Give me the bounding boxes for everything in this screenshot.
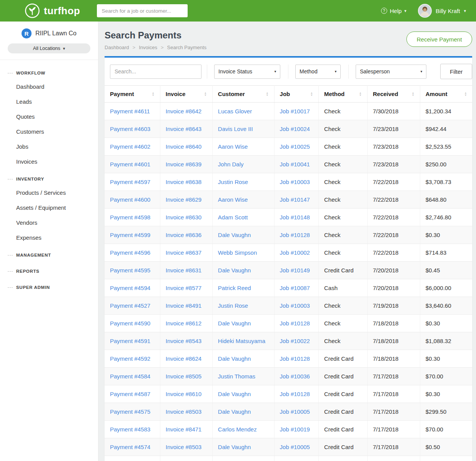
customer-link[interactable]: Carlos Mendez xyxy=(218,426,257,433)
invoice-link[interactable]: Invoice #8630 xyxy=(166,214,201,221)
job-link[interactable]: Job #10002 xyxy=(280,249,310,256)
invoice-link[interactable]: Invoice #8631 xyxy=(166,267,201,274)
payment-link[interactable]: Payment #4603 xyxy=(110,126,150,132)
customer-link[interactable]: Adam Scott xyxy=(218,214,248,221)
column-header-amount[interactable]: Amount▲▼ xyxy=(420,86,472,103)
customer-link[interactable]: John Daly xyxy=(218,161,244,167)
payment-link[interactable]: Payment #4601 xyxy=(110,161,150,167)
sidebar-item-vendors[interactable]: Vendors xyxy=(0,215,98,230)
job-link[interactable]: Job #10005 xyxy=(280,408,310,415)
sidebar-item-customers[interactable]: Customers xyxy=(0,124,98,139)
invoice-link[interactable]: Invoice #8624 xyxy=(166,355,201,362)
payment-link[interactable]: Payment #4597 xyxy=(110,179,150,185)
payment-link[interactable]: Payment #4596 xyxy=(110,249,150,256)
invoice-link[interactable]: Invoice #8643 xyxy=(166,126,201,132)
job-link[interactable]: Job #10128 xyxy=(280,355,310,362)
column-header-method[interactable]: Method▲▼ xyxy=(318,86,367,103)
job-link[interactable]: Job #10022 xyxy=(280,338,310,344)
payment-link[interactable]: Payment #4584 xyxy=(110,373,150,380)
payment-link[interactable]: Payment #4594 xyxy=(110,285,150,291)
payment-link[interactable]: Payment #4527 xyxy=(110,302,150,309)
invoice-link[interactable]: Invoice #8503 xyxy=(166,408,201,415)
job-link[interactable]: Job #10005 xyxy=(280,444,310,450)
job-link[interactable]: Job #10149 xyxy=(280,267,310,274)
invoice-status-select[interactable]: Invoice Status xyxy=(214,65,280,79)
column-header-payment[interactable]: Payment▲▼ xyxy=(105,86,160,103)
receive-payment-button[interactable]: Receive Payment xyxy=(406,32,473,47)
job-link[interactable]: Job #10147 xyxy=(280,196,310,203)
invoice-link[interactable]: Invoice #8642 xyxy=(166,108,201,114)
customer-link[interactable]: Webb Simpson xyxy=(218,249,257,256)
invoice-link[interactable]: Invoice #8640 xyxy=(166,143,201,150)
job-link[interactable]: Job #10025 xyxy=(280,143,310,150)
sidebar-item-assets-equipment[interactable]: Assets / Equipment xyxy=(0,200,98,215)
column-header-customer[interactable]: Customer▲▼ xyxy=(212,86,274,103)
global-search-input[interactable] xyxy=(97,4,188,17)
job-link[interactable]: Job #10017 xyxy=(280,108,310,114)
method-select[interactable]: Method xyxy=(295,65,341,79)
customer-link[interactable]: Dale Vaughn xyxy=(218,320,251,327)
invoice-link[interactable]: Invoice #8610 xyxy=(166,391,201,397)
sidebar-item-leads[interactable]: Leads xyxy=(0,94,98,109)
invoice-link[interactable]: Invoice #8503 xyxy=(166,444,201,450)
customer-link[interactable]: Dale Vaughn xyxy=(218,267,251,274)
location-selector[interactable]: All Locations ▾ xyxy=(8,43,90,53)
column-header-job[interactable]: Job▲▼ xyxy=(274,86,318,103)
customer-link[interactable]: Dale Vaughn xyxy=(218,355,251,362)
payment-link[interactable]: Payment #4611 xyxy=(110,108,150,114)
invoice-link[interactable]: Invoice #8639 xyxy=(166,161,201,167)
job-link[interactable]: Job #10128 xyxy=(280,391,310,397)
customer-link[interactable]: Dale Vaughn xyxy=(218,444,251,450)
invoice-link[interactable]: Invoice #8638 xyxy=(166,179,201,185)
job-link[interactable]: Job #10003 xyxy=(280,179,310,185)
job-link[interactable]: Job #10148 xyxy=(280,214,310,221)
payment-link[interactable]: Payment #4587 xyxy=(110,391,150,397)
payment-link[interactable]: Payment #4598 xyxy=(110,214,150,221)
sidebar-item-expenses[interactable]: Expenses xyxy=(0,230,98,245)
user-menu[interactable]: Billy Kraft ▾ xyxy=(418,4,466,18)
sidebar-item-products-services[interactable]: Products / Services xyxy=(0,185,98,200)
customer-link[interactable]: Dale Vaughn xyxy=(218,232,251,238)
column-header-received[interactable]: Received▲▼ xyxy=(367,86,420,103)
payment-link[interactable]: Payment #4600 xyxy=(110,196,150,203)
job-link[interactable]: Job #10024 xyxy=(280,126,310,132)
job-link[interactable]: Job #10019 xyxy=(280,426,310,433)
customer-link[interactable]: Hideki Matsuyama xyxy=(218,338,265,344)
job-link[interactable]: Job #10128 xyxy=(280,232,310,238)
invoice-link[interactable]: Invoice #8637 xyxy=(166,249,201,256)
customer-link[interactable]: Justin Thomas xyxy=(218,373,255,380)
customer-link[interactable]: Davis Love III xyxy=(218,126,253,132)
payment-link[interactable]: Payment #4595 xyxy=(110,267,150,274)
filter-button[interactable]: Filter xyxy=(440,64,472,79)
company-selector[interactable]: R RIIPL Lawn Co xyxy=(8,28,90,38)
customer-link[interactable]: Dale Vaughn xyxy=(218,408,251,415)
breadcrumb-item[interactable]: Dashboard xyxy=(105,45,129,50)
invoice-link[interactable]: Invoice #8629 xyxy=(166,196,201,203)
invoice-link[interactable]: Invoice #8491 xyxy=(166,302,201,309)
payment-link[interactable]: Payment #4574 xyxy=(110,444,150,450)
help-menu[interactable]: ? Help ▾ xyxy=(381,8,406,14)
invoice-link[interactable]: Invoice #8577 xyxy=(166,285,201,291)
job-link[interactable]: Job #10041 xyxy=(280,161,310,167)
job-link[interactable]: Job #10087 xyxy=(280,285,310,291)
customer-link[interactable]: Justin Rose xyxy=(218,302,248,309)
invoice-link[interactable]: Invoice #8612 xyxy=(166,320,201,327)
payment-link[interactable]: Payment #4602 xyxy=(110,143,150,150)
breadcrumb-item[interactable]: Invoices xyxy=(139,45,157,50)
payment-link[interactable]: Payment #4590 xyxy=(110,320,150,327)
invoice-link[interactable]: Invoice #8543 xyxy=(166,338,201,344)
customer-link[interactable]: Dale Vaughn xyxy=(218,391,251,397)
payment-link[interactable]: Payment #4583 xyxy=(110,426,150,433)
job-link[interactable]: Job #10128 xyxy=(280,320,310,327)
sidebar-item-dashboard[interactable]: Dashboard xyxy=(0,79,98,94)
invoice-link[interactable]: Invoice #8636 xyxy=(166,232,201,238)
column-header-invoice[interactable]: Invoice▲▼ xyxy=(160,86,212,103)
customer-link[interactable]: Justin Rose xyxy=(218,179,248,185)
customer-link[interactable]: Aaron Wise xyxy=(218,196,248,203)
sidebar-item-invoices[interactable]: Invoices xyxy=(0,154,98,169)
payment-link[interactable]: Payment #4599 xyxy=(110,232,150,238)
sidebar-item-jobs[interactable]: Jobs xyxy=(0,139,98,154)
customer-link[interactable]: Patrick Reed xyxy=(218,285,251,291)
table-search-input[interactable] xyxy=(110,65,201,79)
customer-link[interactable]: Lucas Glover xyxy=(218,108,252,114)
